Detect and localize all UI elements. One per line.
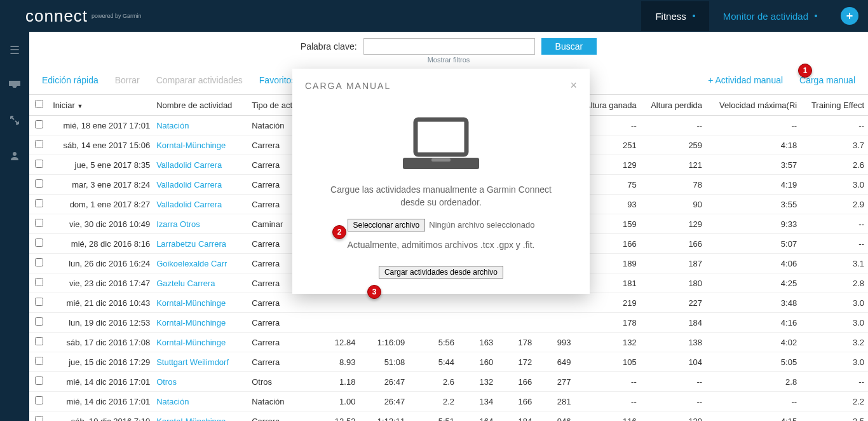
activity-link[interactable]: Natación	[156, 397, 189, 406]
cell-c8: 132	[458, 372, 497, 392]
compare-link[interactable]: Comparar actividades	[156, 75, 243, 85]
select-file-button[interactable]: Seleccionar archivo	[348, 219, 426, 231]
cell-date: mar, 3 ene 2017 8:24	[49, 175, 153, 195]
table-row: sáb, 10 dic 2016 7:10Korntal-MünchingeCa…	[29, 411, 868, 422]
dot-icon	[693, 15, 695, 17]
row-checkbox[interactable]	[35, 416, 43, 421]
upload-button[interactable]: Cargar actividades desde archivo	[379, 266, 503, 279]
activity-link[interactable]: Stuttgart Weilimdorf	[156, 357, 229, 367]
cell-c7	[409, 293, 458, 313]
activity-link[interactable]: Larrabetzu Carrera	[156, 239, 226, 249]
row-checkbox[interactable]	[35, 160, 43, 168]
cell-c9	[497, 293, 536, 313]
row-checkbox[interactable]	[35, 376, 43, 385]
cell-type: Carrera	[248, 411, 320, 422]
cell-c6: 1:16:09	[359, 333, 409, 352]
cell-ms: 4:18	[706, 135, 801, 155]
activity-link[interactable]: Korntal-Münchinge	[156, 298, 226, 308]
cell-te: --	[801, 116, 868, 135]
row-checkbox[interactable]	[35, 396, 43, 404]
manual-activity-link[interactable]: + Actividad manual	[708, 75, 783, 85]
close-icon[interactable]: ×	[570, 79, 577, 92]
row-checkbox[interactable]	[35, 238, 43, 247]
cell-c9: 184	[497, 411, 536, 422]
table-row: mié, 21 dic 2016 10:43Korntal-MünchingeC…	[29, 293, 868, 313]
col-start[interactable]: Iniciar	[53, 100, 75, 110]
activity-link[interactable]: Valladolid Carrera	[156, 180, 222, 190]
favorites-link[interactable]: Favoritos	[259, 75, 296, 85]
row-checkbox[interactable]	[35, 140, 43, 148]
cell-date: mié, 28 dic 2016 8:16	[49, 234, 153, 254]
activity-link[interactable]: Valladolid Carrera	[156, 200, 222, 209]
activity-link[interactable]: Gaztelu Carrera	[156, 279, 215, 288]
cell-name: Korntal-Münchinge	[153, 293, 248, 313]
cell-c8	[458, 293, 497, 313]
activity-link[interactable]: Korntal-Münchinge	[156, 141, 226, 150]
cell-c10: 993	[536, 333, 574, 352]
row-checkbox[interactable]	[35, 120, 43, 128]
table-row: lun, 19 dic 2016 12:53Korntal-MünchingeC…	[29, 313, 868, 333]
activity-link[interactable]: Otros	[156, 377, 177, 387]
col-name[interactable]: Nombre de actividad	[153, 95, 248, 116]
cell-ms: 4:02	[706, 333, 801, 352]
col-max-speed[interactable]: Velocidad máxima(Ri	[706, 95, 801, 116]
add-button[interactable]: +	[841, 7, 858, 25]
hamburger-icon[interactable]: ☰	[10, 43, 20, 57]
cell-c7: 2.6	[409, 372, 458, 392]
row-checkbox[interactable]	[35, 199, 43, 207]
cell-eg: --	[574, 372, 640, 392]
table-row: mié, 14 dic 2016 17:01NataciónNatación1.…	[29, 392, 868, 411]
filters-link[interactable]: Mostrar filtros	[29, 56, 868, 64]
row-checkbox[interactable]	[35, 298, 43, 306]
cell-name: Goikoelexalde Carr	[153, 254, 248, 273]
cell-el: 138	[641, 333, 706, 352]
search-row: Palabra clave: Buscar	[29, 32, 868, 56]
cell-date: lun, 26 dic 2016 16:24	[49, 254, 153, 273]
topbar: connect powered by Garmin Fitness Monito…	[0, 0, 868, 32]
cell-eg: 178	[574, 313, 640, 333]
activity-link[interactable]: Korntal-Münchinge	[156, 417, 226, 422]
cell-c7: 2.2	[409, 392, 458, 411]
activity-link[interactable]: Izarra Otros	[156, 219, 200, 229]
col-te[interactable]: Training Effect	[801, 95, 868, 116]
cell-c7	[409, 313, 458, 333]
cell-name: Larrabetzu Carrera	[153, 234, 248, 254]
row-checkbox[interactable]	[35, 278, 43, 286]
search-button[interactable]: Buscar	[541, 38, 597, 55]
activity-link[interactable]: Natación	[156, 121, 189, 130]
cell-te: 3.0	[801, 313, 868, 333]
col-elev-loss[interactable]: Altura perdida	[641, 95, 706, 116]
cell-name: Valladolid Carrera	[153, 155, 248, 175]
row-checkbox[interactable]	[35, 317, 43, 326]
logo-sub: powered by Garmin	[92, 13, 142, 19]
cell-te: 2.9	[801, 195, 868, 214]
search-input[interactable]	[363, 38, 535, 55]
quick-edit-link[interactable]: Edición rápida	[42, 75, 98, 85]
activity-link[interactable]: Valladolid Carrera	[156, 160, 222, 170]
activity-link[interactable]: Korntal-Münchinge	[156, 338, 226, 347]
cell-el: 166	[641, 234, 706, 254]
row-checkbox[interactable]	[35, 258, 43, 266]
cell-c9: 166	[497, 372, 536, 392]
select-all-checkbox[interactable]	[35, 100, 43, 108]
row-checkbox[interactable]	[35, 179, 43, 188]
sort-desc-icon: ▼	[77, 103, 83, 109]
cell-ms: 9:33	[706, 214, 801, 234]
cell-el: 184	[641, 313, 706, 333]
tab-fitness[interactable]: Fitness	[641, 1, 709, 31]
tab-monitor[interactable]: Monitor de actividad	[709, 1, 831, 31]
user-icon[interactable]	[10, 151, 20, 164]
table-row: sáb, 17 dic 2016 17:08Korntal-MünchingeC…	[29, 333, 868, 352]
row-checkbox[interactable]	[35, 337, 43, 345]
annotation-1: 1	[798, 64, 812, 78]
sync-icon[interactable]	[10, 115, 20, 128]
delete-link[interactable]: Borrar	[115, 75, 140, 85]
inbox-icon[interactable]	[9, 79, 20, 93]
cell-ms: 3:55	[706, 195, 801, 214]
activity-link[interactable]: Korntal-Münchinge	[156, 318, 226, 328]
cell-el: 187	[641, 254, 706, 273]
activity-link[interactable]: Goikoelexalde Carr	[156, 259, 227, 268]
cell-el: --	[641, 116, 706, 135]
row-checkbox[interactable]	[35, 357, 43, 365]
row-checkbox[interactable]	[35, 219, 43, 227]
